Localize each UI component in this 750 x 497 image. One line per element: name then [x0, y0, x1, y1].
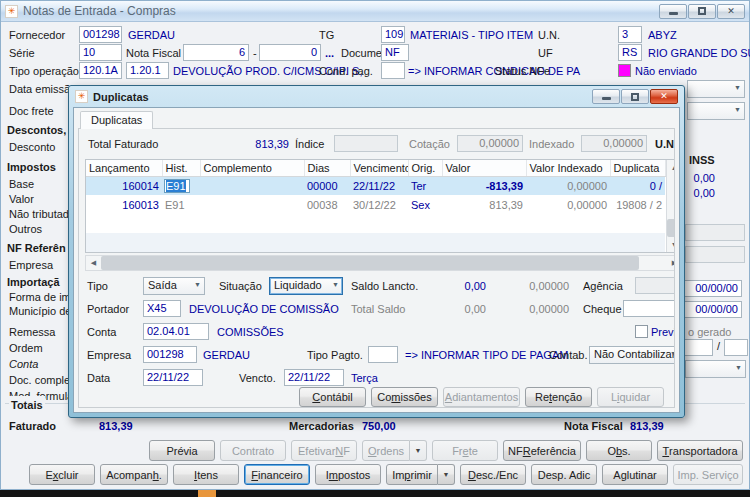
col-vencimento[interactable]: Vencimento — [350, 160, 408, 176]
nota-fiscal-more-button[interactable]: ... — [325, 44, 334, 62]
contabil-button[interactable]: Contábil — [299, 387, 366, 407]
sidebar-item-empresa[interactable]: Empresa — [9, 256, 53, 274]
sidebar-item-desconto[interactable]: Desconto — [9, 138, 55, 156]
form-row-portador: Portador X45 DEVOLUÇÃO DE COMISSÃO Total… — [79, 300, 674, 318]
desp-adic-button[interactable]: Desp. Adic — [531, 464, 597, 485]
serie-field[interactable]: 10 — [79, 44, 122, 61]
retencao-button[interactable]: Retenção — [525, 387, 592, 407]
documento-field[interactable]: NF — [381, 44, 409, 61]
sidebar-item-outros[interactable]: Outros — [9, 220, 42, 238]
financeiro-button[interactable]: Financeiro — [244, 464, 310, 485]
tipo-label: Tipo — [87, 277, 108, 295]
dialog-minimize-button[interactable] — [592, 89, 620, 104]
tipo-operacao-code1-field[interactable]: 120.1A — [79, 62, 122, 79]
dialog-maximize-button[interactable] — [621, 89, 649, 104]
impostos-button[interactable]: Impostos — [315, 464, 381, 485]
nota-fiscal-num-field[interactable]: 6 — [183, 44, 249, 61]
contrato-button: Contrato — [220, 440, 286, 461]
nf-referencia-button[interactable]: NF Referência — [503, 440, 581, 461]
excluir-button[interactable]: Excluir — [29, 464, 95, 485]
hist-edit-field[interactable]: E91 — [165, 180, 189, 192]
acompanh-button[interactable]: Acompanh. — [100, 464, 168, 485]
un-desc: ABYZ — [648, 26, 677, 44]
tab-duplicatas[interactable]: Duplicatas — [80, 111, 153, 129]
itens-button[interactable]: Itens — [173, 464, 239, 485]
app-icon: ✳ — [5, 5, 18, 18]
table-row[interactable]: 160014 E91 00000 22/11/22 Ter -813,39 0,… — [86, 176, 665, 195]
conta-field[interactable]: 02.04.01 — [143, 323, 209, 340]
gerado-field-2[interactable] — [724, 339, 748, 356]
tipo-operacao-code2-field[interactable]: 1.20.1 — [126, 62, 169, 79]
dialog-close-button[interactable]: ✕ — [650, 89, 678, 104]
maximize-button[interactable] — [688, 4, 716, 19]
col-valor[interactable]: Valor — [442, 160, 526, 176]
chevron-down-icon: ▼ — [670, 350, 675, 357]
scroll-up-icon[interactable]: ▲ — [667, 160, 676, 175]
right-combobox[interactable]: ▼ — [685, 360, 746, 378]
scroll-left-icon[interactable]: ◀ — [86, 256, 101, 270]
col-hist[interactable]: Hist. — [162, 160, 200, 176]
imprimir-dropdown-button[interactable]: ▼ — [438, 464, 455, 485]
scroll-down-icon[interactable]: ▼ — [667, 237, 676, 252]
tipo-select[interactable]: Saída▼ — [143, 277, 205, 295]
col-orig[interactable]: Orig. — [408, 160, 442, 176]
portador-field[interactable]: X45 — [143, 300, 181, 317]
cheque-label: Cheque — [583, 300, 622, 318]
date-field-1[interactable]: 00/00/00 — [682, 280, 742, 297]
taskbar-orange-indicator — [198, 490, 216, 497]
vencto-field[interactable]: 22/11/22 — [284, 369, 344, 386]
cheque-field[interactable]: 0 — [623, 300, 675, 317]
vertical-scroll-thumb[interactable] — [667, 219, 675, 237]
empresa-field[interactable]: 001298 — [143, 346, 197, 363]
data-field[interactable]: 22/11/22 — [143, 369, 203, 386]
uf-code-field[interactable]: RS — [618, 44, 642, 61]
previa-button[interactable]: Prévia — [149, 440, 215, 461]
fornecedor-label: Fornecedor — [9, 26, 65, 44]
cond-pag-field[interactable] — [381, 62, 405, 79]
tg-code-field[interactable]: 109 — [381, 26, 405, 43]
horizontal-scroll-thumb[interactable] — [101, 256, 639, 270]
table-row[interactable]: 160013 E91 00038 30/12/22 Sex 813,39 0,0… — [86, 195, 665, 214]
aglutinar-button[interactable]: Aglutinar — [602, 464, 668, 485]
date-field-2[interactable]: 00/00/00 — [682, 301, 742, 318]
horizontal-scrollbar[interactable]: ◀ ▶ — [85, 255, 675, 271]
faturado-value: 813,39 — [99, 417, 133, 435]
comissoes-button[interactable]: Comissões — [371, 387, 438, 407]
obs-button[interactable]: Obs. — [586, 440, 652, 461]
nota-fiscal-sub-field[interactable]: 0 — [259, 44, 321, 61]
tipo-pagto-field[interactable] — [368, 346, 398, 363]
minimize-button[interactable] — [659, 4, 687, 19]
empresa-desc: GERDAU — [203, 346, 250, 364]
imprimir-button[interactable]: Imprimir — [386, 464, 438, 485]
adiantamentos-button: Adiantamentos — [443, 387, 520, 407]
close-button[interactable]: ✕ — [717, 4, 745, 19]
situacao-select[interactable]: Liquidado▼ — [269, 277, 343, 295]
transportadora-button[interactable]: Transportadora — [657, 440, 743, 461]
col-duplicata[interactable]: Duplicata — [610, 160, 665, 176]
col-complemento[interactable]: Complemento — [200, 160, 304, 176]
portador-desc: DEVOLUÇÃO DE COMISSÃO — [189, 300, 339, 318]
screen: ✳ Notas de Entrada - Compras ✕ Fornecedo… — [0, 0, 750, 497]
cotacao-field: 0,00000 — [457, 135, 523, 152]
col-lancamento[interactable]: Lançamento — [86, 160, 162, 176]
indice-label: Índice — [295, 135, 324, 153]
uf-desc: RIO GRANDE DO SUL — [648, 44, 750, 62]
data-emissao-combobox[interactable]: ▼ — [687, 80, 745, 98]
vertical-scrollbar[interactable]: ▲ ▼ — [666, 160, 676, 252]
fornecedor-code-field[interactable]: 001298 — [79, 26, 122, 43]
total-faturado-value: 813,39 — [209, 135, 289, 153]
uf-label: UF — [538, 44, 553, 62]
scroll-right-icon[interactable]: ▶ — [667, 256, 675, 270]
sidebar-item-nf-referencia: NF Referên — [7, 239, 66, 257]
form-row-data: Data 22/11/22 Vencto. 22/11/22 Terça — [79, 369, 674, 387]
col-valor-indexado[interactable]: Valor Indexado — [526, 160, 610, 176]
col-dias[interactable]: Dias — [304, 160, 350, 176]
previsao-checkbox[interactable] — [635, 325, 648, 338]
serie-label: Série — [9, 44, 35, 62]
sidebar-item-municipio[interactable]: Município des — [9, 302, 77, 320]
efetivar-nf-button: Efetivar NF — [291, 440, 357, 461]
un-code-field[interactable]: 3 — [618, 26, 642, 43]
contab-select[interactable]: Não Contabilizar▼ — [589, 346, 675, 364]
doc-frete-combobox[interactable]: ▼ — [687, 102, 745, 120]
desc-enc-button[interactable]: Desc./Enc — [460, 464, 526, 485]
